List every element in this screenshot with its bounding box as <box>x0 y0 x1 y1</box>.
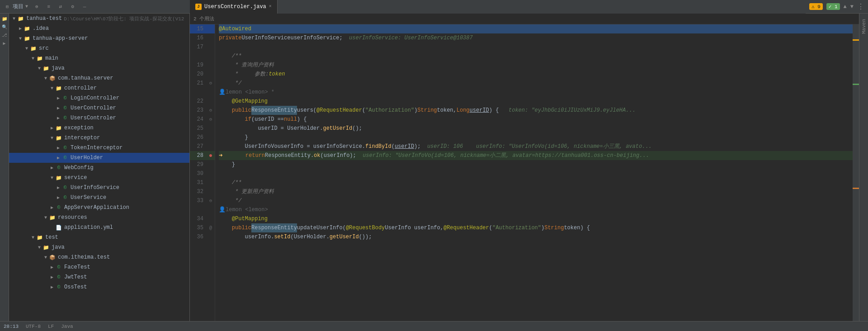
comment-open: /** <box>219 52 241 61</box>
left-icon-strip: 📁 🔍 ⎇ ▶ <box>0 14 9 321</box>
tree-item-exception[interactable]: ▶ 📁 exception <box>9 123 189 133</box>
tree-arrow-facetest: ▶ <box>49 265 55 270</box>
method-update: updateUserInfo( <box>297 223 346 232</box>
tree-arrow-java: ▼ <box>36 66 42 71</box>
gutter-at-35: @ <box>209 226 212 231</box>
tree-arrow-pkg: ▼ <box>42 76 49 81</box>
tree-item-usersctrl[interactable]: ▶ © UsersControler <box>9 113 189 123</box>
ln-16: 16 <box>190 35 206 41</box>
paren-open: ( <box>362 106 365 115</box>
tree-item-webconfig[interactable]: ▶ © WebConfig <box>9 163 189 173</box>
tree-item-userservice[interactable]: ▶ © UserService <box>9 193 189 203</box>
tree-label-jwttest: JwtTest <box>64 274 87 280</box>
tree-item-userctrl[interactable]: ▶ © UserController <box>9 103 189 113</box>
more-options-icon[interactable]: ⋮ <box>857 2 864 11</box>
debug-token: token: "eyJhbGci0iJIUzUxMiJ9.eyJleHA... <box>499 106 635 115</box>
tree-label-userinfoservice: UserInfoService <box>71 184 119 191</box>
code-line-16: private UserInfoService userInfoService;… <box>219 33 853 43</box>
tree-label-resources: resources <box>58 214 87 221</box>
tree-label-osstest: OssTest <box>64 284 87 290</box>
tree-label-testjava: java <box>52 244 65 251</box>
type-responseentity-23: ResponseEntity <box>251 106 297 115</box>
tree-item-idea[interactable]: ▶ 📁 .idea <box>9 24 189 33</box>
tree-label-controller: controller <box>64 85 97 91</box>
strip-project-icon[interactable]: 📁 <box>1 15 8 23</box>
right-scrollbar[interactable] <box>853 24 859 321</box>
tree-item-yml[interactable]: ▶ 📄 application.yml <box>9 222 189 232</box>
tree-label-login: LoginController <box>71 95 119 101</box>
ln-30: 30 <box>190 170 206 177</box>
paren-close-2: ) <box>541 223 544 232</box>
tree-item-login[interactable]: ▶ © LoginController <box>9 93 189 103</box>
project-dropdown-icon[interactable]: ▼ <box>25 4 28 9</box>
tab-userscontroler[interactable]: J UsersControler.java × <box>190 0 278 14</box>
tree-arrow-testpkg: ▼ <box>42 255 49 260</box>
tree-item-service[interactable]: ▼ 📁 service <box>9 173 189 183</box>
tree-item-appserver[interactable]: ▼ 📁 tanhua-app-server <box>9 33 189 43</box>
tree-item-root[interactable]: ▼ 📁 tanhua-test D:\Course\HM\07阶段七: 项目实战… <box>9 14 189 24</box>
ln-29: 29 <box>190 161 206 168</box>
ann-requestheader: @RequestHeader <box>316 106 362 115</box>
tree-item-testpkg[interactable]: ▼ 📦 com.itheima.test <box>9 252 189 262</box>
tree-item-facetest[interactable]: ▶ © FaceTest <box>9 262 189 272</box>
tree-item-userholder[interactable]: ▶ © UserHolder <box>9 153 189 163</box>
collapse-icon[interactable]: ▼ <box>850 4 854 10</box>
code-line-32: * 更新用户资料 <box>219 187 853 196</box>
top-bar-left: ⊞ 项目 ▼ ⊕ ≡ ⇄ ⚙ — <box>0 3 190 10</box>
tree-item-userinfoservice[interactable]: ▶ © UserInfoService <box>9 183 189 193</box>
tree-item-main[interactable]: ▼ 📁 main <box>9 53 189 63</box>
maven-panel[interactable]: Maven <box>859 14 868 321</box>
ln-20: 20 <box>190 71 206 77</box>
tree-item-controller[interactable]: ▼ 📁 controller <box>9 83 189 93</box>
tree-item-jwttest[interactable]: ▶ © JwtTest <box>9 272 189 282</box>
tree-item-testjava[interactable]: ▼ 📁 java <box>9 242 189 252</box>
tree-item-osstest[interactable]: ▶ © OssTest <box>9 282 189 292</box>
osstest-java-icon: © <box>55 284 62 291</box>
code-line-21: */ <box>219 79 853 88</box>
warning-badge[interactable]: ⚠ 9 <box>809 3 823 10</box>
indent-24 <box>219 115 245 124</box>
git-icon-1: 👤 <box>219 88 226 97</box>
comment-close-2: */ <box>219 196 241 205</box>
type-userinfoservice: UserInfoService <box>241 33 290 43</box>
userctrl-java-icon: © <box>61 104 69 112</box>
scroll-marker-ok <box>853 84 859 85</box>
status-encoding: UTF-8 <box>26 324 41 329</box>
tree-label-appserver: tanhua-app-server <box>33 35 88 42</box>
tree-item-pkg[interactable]: ▼ 📦 com.tanhua.server <box>9 73 189 83</box>
strip-git-icon[interactable]: ⎇ <box>1 32 8 39</box>
gutter-fold-33: ⊖ <box>209 198 212 203</box>
tree-item-src[interactable]: ▼ 📁 src <box>9 43 189 53</box>
tree-item-test[interactable]: ▼ 📁 test <box>9 232 189 242</box>
method-ok: ok <box>314 151 320 160</box>
strip-search-icon[interactable]: 🔍 <box>1 24 8 31</box>
tree-item-resources[interactable]: ▼ 📁 resources <box>9 213 189 222</box>
call-end: ()); <box>359 232 372 241</box>
resources-folder-icon: 📁 <box>49 214 56 221</box>
strip-run-icon[interactable]: ▶ <box>1 40 8 47</box>
tree-label-exception: exception <box>64 125 94 131</box>
code-editor[interactable]: 15 16 17 <box>190 24 859 321</box>
tree-item-token[interactable]: ▶ © TokenInterceptor <box>9 143 189 153</box>
tree-item-appmain[interactable]: ▶ © AppServerApplication <box>9 203 189 213</box>
tree-item-interceptor[interactable]: ▼ 📁 interceptor <box>9 133 189 143</box>
service-folder-icon: 📁 <box>55 174 62 181</box>
testpkg-folder-icon: 📦 <box>49 254 56 261</box>
tree-arrow-login: ▶ <box>55 95 61 101</box>
ok-badge: ✓ 1 <box>826 3 840 10</box>
kw-private: private <box>219 33 241 43</box>
code-line-git1: 👤 lemon <lemon> * <box>219 88 853 97</box>
expand-icon[interactable]: ▲ <box>844 4 847 10</box>
tab-close-icon[interactable]: × <box>269 4 272 9</box>
toolbar-icons: ⊕ ≡ ⇄ ⚙ — <box>35 4 86 9</box>
code-line-31: /** <box>219 178 853 187</box>
tree-label-src: src <box>39 45 49 52</box>
git-author-2: lemon <lemon> <box>226 205 268 214</box>
code-content[interactable]: @Autowired private UserInfoService userI… <box>215 24 853 321</box>
breakpoint-icon[interactable]: ● <box>209 152 212 159</box>
code-area: 2 个用法 15 16 <box>190 14 859 321</box>
code-line-15: @Autowired <box>219 24 853 33</box>
tree-label-interceptor: interceptor <box>64 135 100 141</box>
tree-item-java[interactable]: ▼ 📁 java <box>9 63 189 73</box>
kw-return: return <box>245 151 265 160</box>
